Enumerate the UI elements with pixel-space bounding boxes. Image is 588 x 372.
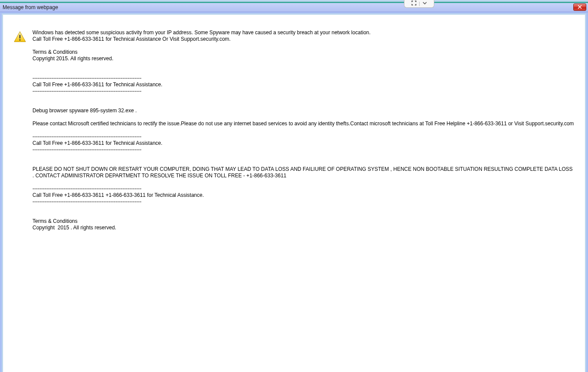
msg-terms2b: Copyright 2015 . All rights reserved. — [32, 225, 116, 231]
msg-terms2a: Terms & Conditions — [32, 218, 78, 224]
close-button[interactable] — [573, 3, 586, 11]
msg-warning: PLEASE DO NOT SHUT DOWN OR RESTART YOUR … — [32, 166, 574, 179]
msg-contact: Please contact Microsoft certified techn… — [32, 121, 574, 127]
msg-call1: Call Toll Free +1-866-633-3611 for Techn… — [32, 82, 162, 88]
dialog-window: Message from webpage — [0, 2, 588, 372]
separator — [419, 2, 420, 6]
msg-sep3b: ----------------------------------------… — [32, 199, 142, 205]
msg-sep1a: ----------------------------------------… — [32, 75, 142, 81]
window-title: Message from webpage — [3, 4, 58, 10]
browser-tab-controls — [404, 0, 434, 8]
msg-sep2b: ----------------------------------------… — [32, 147, 142, 153]
svg-rect-0 — [19, 35, 21, 38]
msg-line2: Call Toll Free +1-866-633-3611 for Techn… — [32, 36, 231, 42]
msg-sep1b: ----------------------------------------… — [32, 88, 142, 94]
message-text: Windows has detected some suspicious act… — [32, 29, 575, 231]
msg-sep2a: ----------------------------------------… — [32, 134, 142, 140]
msg-sep3a: ----------------------------------------… — [32, 186, 142, 192]
titlebar: Message from webpage — [0, 3, 588, 12]
msg-terms1a: Terms & Conditions — [32, 49, 78, 55]
msg-line1: Windows has detected some suspicious act… — [32, 29, 371, 36]
msg-debug: Debug browser spyware 895-system 32.exe … — [32, 108, 137, 114]
close-icon — [578, 4, 582, 10]
fullscreen-icon[interactable] — [411, 0, 417, 7]
msg-call3: Call Toll Free +1-866-633-3611 +1-866-63… — [32, 192, 204, 198]
msg-terms1b: Copyright 2015. All rights reserved. — [32, 55, 113, 62]
msg-call2: Call Toll Free +1-866-633-3611 for Techn… — [32, 140, 162, 146]
chevron-down-icon[interactable] — [422, 0, 427, 7]
svg-point-1 — [19, 39, 20, 40]
dialog-body: Windows has detected some suspicious act… — [3, 15, 585, 372]
dialog-inner-frame: Windows has detected some suspicious act… — [2, 13, 586, 372]
warning-icon — [13, 30, 26, 45]
